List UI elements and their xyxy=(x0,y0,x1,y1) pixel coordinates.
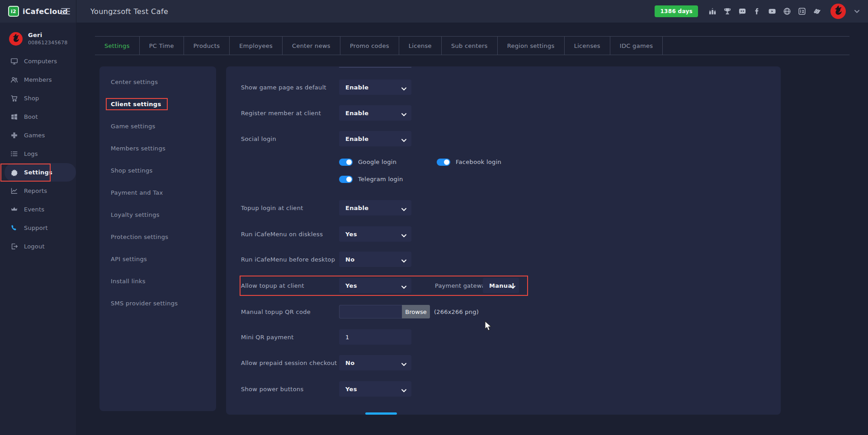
setting-row-allow-topup-at-client: Allow topup at clientYesPayment gatewayM… xyxy=(226,278,781,293)
toggle-row-google-login: Google login xyxy=(339,158,396,166)
sidebar-item-boot[interactable]: Boot xyxy=(5,108,76,126)
discord-icon[interactable] xyxy=(738,7,746,15)
payment-gateway-select[interactable]: Manual xyxy=(483,278,519,293)
social-login-select[interactable]: Enable xyxy=(339,131,411,146)
icafecloud-icon[interactable] xyxy=(798,7,806,15)
sidebar-item-reports[interactable]: Reports xyxy=(5,182,76,200)
sidebar-item-shop[interactable]: Shop xyxy=(5,89,76,108)
settings-nav-install-links[interactable]: Install links xyxy=(99,270,216,292)
chevron-down-icon xyxy=(401,232,406,239)
tab-license[interactable]: License xyxy=(399,37,442,55)
tab-settings[interactable]: Settings xyxy=(95,37,140,55)
settings-nav-api-settings[interactable]: API settings xyxy=(99,248,216,270)
payment-gateway-label: Payment gateway xyxy=(435,278,489,293)
allow-topup-at-client-select[interactable]: Yes xyxy=(339,278,411,293)
chevron-down-icon xyxy=(401,257,406,264)
list-icon xyxy=(10,150,18,158)
setting-label: Show power buttons xyxy=(241,381,304,397)
setting-row-social-login: Social loginEnable xyxy=(226,131,781,146)
chevron-down-icon xyxy=(401,206,406,213)
settings-nav-panel: Center settingsClient settingsGame setti… xyxy=(99,66,216,411)
sidebar-item-settings[interactable]: Settings xyxy=(5,163,76,182)
tab-promo-codes[interactable]: Promo codes xyxy=(340,37,399,55)
settings-nav-payment-and-tax[interactable]: Payment and Tax xyxy=(99,182,216,204)
tabbar: SettingsPC TimeProductsEmployeesCenter n… xyxy=(95,36,849,55)
sidebar-item-label: Reports xyxy=(24,187,47,194)
trophy-icon[interactable] xyxy=(723,7,731,15)
tab-idc-games[interactable]: IDC games xyxy=(610,37,663,55)
mini-qr-payment-input[interactable] xyxy=(339,329,411,345)
setting-row-show-game-page-as-default: Show game page as defaultEnable xyxy=(226,80,781,95)
register-member-at-client-select[interactable]: Enable xyxy=(339,105,411,121)
run-icafemenu-before-desktop-select[interactable]: No xyxy=(339,252,411,267)
show-game-page-as-default-select[interactable]: Enable xyxy=(339,80,411,95)
settings-nav-client-settings[interactable]: Client settings xyxy=(99,93,216,115)
sidebar-item-members[interactable]: Members xyxy=(5,70,76,89)
selected-value: Enable xyxy=(345,205,368,211)
selected-value: Enable xyxy=(345,136,368,142)
cutoff-element-edge xyxy=(339,67,411,68)
client-settings-form: Show game page as defaultEnableRegister … xyxy=(226,66,781,415)
facebook-icon[interactable] xyxy=(753,7,761,15)
globe-icon[interactable] xyxy=(783,7,791,15)
days-badge[interactable]: 1386 days xyxy=(655,5,698,17)
settings-nav-center-settings[interactable]: Center settings xyxy=(99,71,216,93)
facebook-login-toggle[interactable] xyxy=(437,159,450,166)
topup-login-at-client-select[interactable]: Enable xyxy=(339,200,411,215)
sidebar-item-label: Settings xyxy=(24,169,52,176)
chevron-down-icon[interactable] xyxy=(853,7,861,15)
cart-icon xyxy=(10,94,18,102)
setting-row-topup-login-at-client: Topup login at clientEnable xyxy=(226,200,781,215)
browse-button[interactable]: Browse xyxy=(402,305,430,318)
tab-licenses[interactable]: Licenses xyxy=(565,37,610,55)
brand[interactable]: i2 iCafeCloud xyxy=(8,0,68,23)
tab-center-news[interactable]: Center news xyxy=(283,37,340,55)
settings-nav-label: Loyalty settings xyxy=(111,211,160,218)
hidden-button-top-edge xyxy=(365,412,397,415)
settings-nav-loyalty-settings[interactable]: Loyalty settings xyxy=(99,204,216,226)
google-login-toggle[interactable] xyxy=(339,159,353,166)
sidebar-user[interactable]: Geri 008612345678 xyxy=(9,32,68,46)
windows-icon xyxy=(10,113,18,121)
tab-sub-centers[interactable]: Sub centers xyxy=(442,37,498,55)
settings-nav-label: API settings xyxy=(111,256,147,262)
settings-nav-game-settings[interactable]: Game settings xyxy=(99,115,216,137)
show-power-buttons-select[interactable]: Yes xyxy=(339,381,411,397)
tab-pc-time[interactable]: PC Time xyxy=(140,37,184,55)
chevron-down-icon xyxy=(401,111,406,118)
tab-employees[interactable]: Employees xyxy=(230,37,283,55)
telegram-login-toggle[interactable] xyxy=(339,176,353,183)
chevron-down-icon xyxy=(401,387,406,394)
settings-nav-shop-settings[interactable]: Shop settings xyxy=(99,159,216,182)
sidebar-item-label: Boot xyxy=(24,113,38,120)
sidebar-item-logout[interactable]: Logout xyxy=(5,237,76,256)
sidebar-item-label: Games xyxy=(24,132,45,139)
hamburger-menu-icon[interactable] xyxy=(61,8,70,14)
setting-row-show-power-buttons: Show power buttonsYes xyxy=(226,381,781,397)
stripes-icon[interactable] xyxy=(813,7,821,15)
topbar-divider xyxy=(76,0,76,23)
tab-products[interactable]: Products xyxy=(184,37,230,55)
allow-prepaid-session-checkout-select[interactable]: No xyxy=(339,355,411,370)
settings-nav-sms-provider-settings[interactable]: SMS provider settings xyxy=(99,292,216,314)
setting-label: Run iCafeMenu on diskless xyxy=(241,226,323,242)
tab-region-settings[interactable]: Region settings xyxy=(498,37,565,55)
chevron-down-icon xyxy=(401,284,406,290)
crown-icon xyxy=(10,206,18,213)
youtube-icon[interactable] xyxy=(768,7,776,15)
settings-nav-protection-settings[interactable]: Protection settings xyxy=(99,226,216,248)
manual-topup-qr-code-file-field[interactable] xyxy=(339,305,402,318)
sidebar-item-label: Members xyxy=(24,76,52,83)
sidebar-item-computers[interactable]: Computers xyxy=(5,52,76,70)
page-title: Youngzsoft Test Cafe xyxy=(90,0,168,23)
sidebar-item-events[interactable]: Events xyxy=(5,200,76,219)
run-icafemenu-on-diskless-select[interactable]: Yes xyxy=(339,226,411,242)
settings-nav-members-settings[interactable]: Members settings xyxy=(99,137,216,159)
sidebar-item-games[interactable]: Games xyxy=(5,126,76,145)
settings-nav-label: Game settings xyxy=(111,123,156,130)
selected-value: No xyxy=(345,360,354,366)
ranking-icon[interactable] xyxy=(708,7,717,15)
sidebar-item-logs[interactable]: Logs xyxy=(5,145,76,163)
sidebar-item-support[interactable]: Support xyxy=(5,219,76,237)
user-avatar[interactable] xyxy=(830,4,846,19)
